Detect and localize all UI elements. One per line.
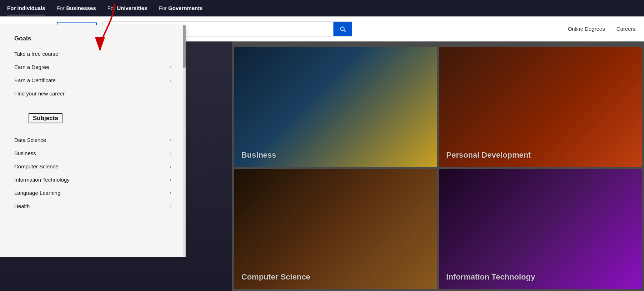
earn-certificate-item[interactable]: Earn a Certificate ›: [0, 74, 186, 87]
health-item[interactable]: Health ›: [0, 199, 186, 213]
language-learning-item[interactable]: Language Learning ›: [0, 186, 186, 199]
chevron-right-icon: ›: [170, 151, 171, 156]
cards-grid: Business Personal Development Computer S…: [232, 45, 644, 291]
card-personal-label: Personal Development: [446, 151, 531, 160]
card-business[interactable]: Business: [234, 47, 437, 167]
search-icon: [339, 25, 346, 33]
chevron-right-icon: ›: [170, 190, 171, 196]
nav-governments[interactable]: For Governments: [159, 1, 202, 15]
careers-link[interactable]: Careers: [617, 26, 635, 32]
subjects-title: Subjects: [29, 113, 62, 123]
chevron-right-icon: ›: [170, 137, 171, 143]
chevron-right-icon: ›: [170, 64, 171, 70]
chevron-right-icon: ›: [170, 78, 171, 83]
scroll-thumb[interactable]: [183, 25, 186, 68]
subjects-section: Subjects: [0, 113, 186, 133]
chevron-right-icon: ›: [170, 177, 171, 182]
dropdown-container: Goals Take a free course Earn a Degree ›…: [0, 25, 186, 257]
find-career-item[interactable]: Find your new career: [0, 87, 186, 100]
dropdown-menu: Goals Take a free course Earn a Degree ›…: [0, 25, 186, 257]
goals-section-title: Goals: [0, 35, 186, 47]
information-technology-item[interactable]: Information Technology ›: [0, 173, 186, 186]
card-personal-development[interactable]: Personal Development: [439, 47, 642, 167]
computer-science-item[interactable]: Computer Science ›: [0, 160, 186, 173]
data-science-item[interactable]: Data Science ›: [0, 133, 186, 147]
header-right: Online Degrees Careers: [568, 26, 635, 32]
nav-universities[interactable]: For Universities: [107, 1, 147, 15]
search-button[interactable]: [333, 22, 352, 36]
scrollbar[interactable]: [183, 25, 186, 257]
card-it-label: Information Technology: [446, 272, 535, 282]
nav-businesses[interactable]: For Businesses: [57, 1, 96, 15]
card-information-technology[interactable]: Information Technology: [439, 169, 642, 289]
online-degrees-link[interactable]: Online Degrees: [568, 26, 605, 32]
nav-individuals[interactable]: For Individuals: [7, 1, 45, 15]
business-item[interactable]: Business ›: [0, 147, 186, 160]
earn-degree-item[interactable]: Earn a Degree ›: [0, 60, 186, 74]
top-nav: For Individuals For Businesses For Unive…: [0, 0, 644, 16]
card-cs-label: Computer Science: [241, 272, 310, 282]
chevron-right-icon: ›: [170, 203, 171, 209]
card-computer-science[interactable]: Computer Science: [234, 169, 437, 289]
take-free-course-item[interactable]: Take a free course: [0, 47, 186, 60]
card-business-label: Business: [241, 151, 276, 160]
chevron-right-icon: ›: [170, 164, 171, 169]
divider: [14, 106, 171, 106]
